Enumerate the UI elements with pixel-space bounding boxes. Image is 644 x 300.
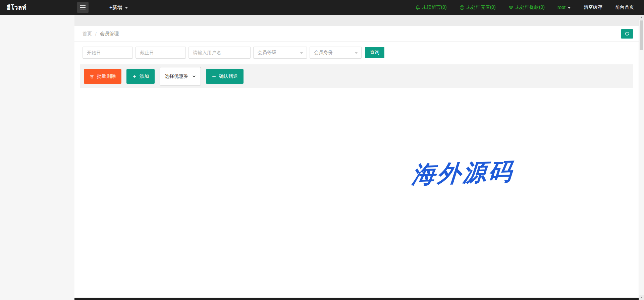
- breadcrumb-separator: /: [95, 31, 97, 37]
- pending-withdraw-label: 未处理提款(0): [516, 4, 545, 10]
- scrollbar-thumb[interactable]: [640, 20, 643, 50]
- plus-icon: [132, 74, 137, 79]
- scroll-up-arrow-icon[interactable]: ▲: [639, 15, 644, 20]
- chevron-down-icon: [300, 52, 303, 56]
- confirm-gift-label: 确认赠送: [219, 73, 238, 79]
- breadcrumb-home[interactable]: 首页: [83, 31, 92, 37]
- content-panel: 首页 / 会员管理 会员等级 会员身份 查询 批量删除: [74, 26, 639, 300]
- topbar-right: 未读留言(0) 未处理充值(0) 未处理提款(0) root 清空缓存 前台首页: [415, 4, 644, 10]
- refresh-button[interactable]: [621, 29, 633, 39]
- add-button[interactable]: 添加: [126, 69, 155, 84]
- pending-withdraw-link[interactable]: 未处理提款(0): [508, 4, 545, 10]
- gem-icon: [508, 5, 514, 10]
- end-date-input[interactable]: [136, 47, 186, 59]
- member-level-select[interactable]: 会员等级: [253, 47, 307, 59]
- user-dropdown[interactable]: root: [557, 5, 571, 10]
- chevron-down-icon: [355, 52, 358, 56]
- refresh-icon: [625, 31, 630, 36]
- bell-icon: [415, 5, 420, 10]
- hamburger-icon: [80, 7, 86, 8]
- coupon-select[interactable]: 选择优惠券: [160, 67, 201, 85]
- menu-toggle-button[interactable]: [77, 2, 89, 13]
- main-area: 首页 / 会员管理 会员等级 会员身份 查询 批量删除: [74, 15, 639, 300]
- clear-cache-link[interactable]: 清空缓存: [584, 4, 602, 10]
- add-new-label: +新增: [109, 4, 122, 11]
- search-button[interactable]: 查询: [365, 47, 384, 58]
- start-date-input[interactable]: [83, 47, 133, 59]
- yen-coin-icon: [460, 5, 465, 10]
- chevron-down-icon: [125, 7, 128, 10]
- tabbar: [74, 15, 639, 26]
- action-bar: 批量删除 添加 选择优惠券 确认赠送: [80, 64, 633, 88]
- chevron-down-icon: [192, 74, 196, 78]
- coupon-select-value: 选择优惠券: [165, 73, 188, 79]
- add-label: 添加: [140, 73, 149, 79]
- sidebar: [0, 15, 74, 300]
- scroll-down-arrow-icon[interactable]: ▼: [639, 295, 644, 300]
- app-logo: อีโวลท์: [0, 2, 74, 12]
- member-level-select-value: 会员等级: [258, 50, 276, 56]
- filter-bar: 会员等级 会员身份 查询: [74, 42, 639, 64]
- pending-recharge-link[interactable]: 未处理充值(0): [460, 4, 496, 10]
- add-new-dropdown[interactable]: +新增: [109, 4, 128, 11]
- pending-recharge-label: 未处理充值(0): [467, 4, 496, 10]
- unread-messages-link[interactable]: 未读留言(0): [415, 4, 447, 10]
- batch-delete-label: 批量删除: [97, 73, 116, 79]
- username-input[interactable]: [189, 47, 251, 59]
- plus-icon: [212, 74, 216, 79]
- front-home-label: 前台首页: [615, 4, 634, 10]
- trash-icon: [90, 74, 94, 79]
- unread-messages-label: 未读留言(0): [422, 4, 447, 10]
- bottom-dark-strip: [74, 298, 639, 300]
- member-identity-select-value: 会员身份: [314, 50, 333, 56]
- chevron-down-icon: [568, 7, 571, 10]
- username-label: root: [557, 5, 566, 10]
- breadcrumb-current: 会员管理: [100, 31, 119, 37]
- vertical-scrollbar[interactable]: ▲ ▼: [639, 15, 644, 300]
- member-identity-select[interactable]: 会员身份: [310, 47, 362, 59]
- front-home-link[interactable]: 前台首页: [615, 4, 634, 10]
- batch-delete-button[interactable]: 批量删除: [84, 69, 121, 84]
- confirm-gift-button[interactable]: 确认赠送: [206, 69, 244, 84]
- clear-cache-label: 清空缓存: [584, 4, 602, 10]
- topbar: อีโวลท์ +新增 未读留言(0) 未处理充值(0) 未处理提款(0) ro…: [0, 0, 644, 15]
- breadcrumb: 首页 / 会员管理: [74, 26, 639, 42]
